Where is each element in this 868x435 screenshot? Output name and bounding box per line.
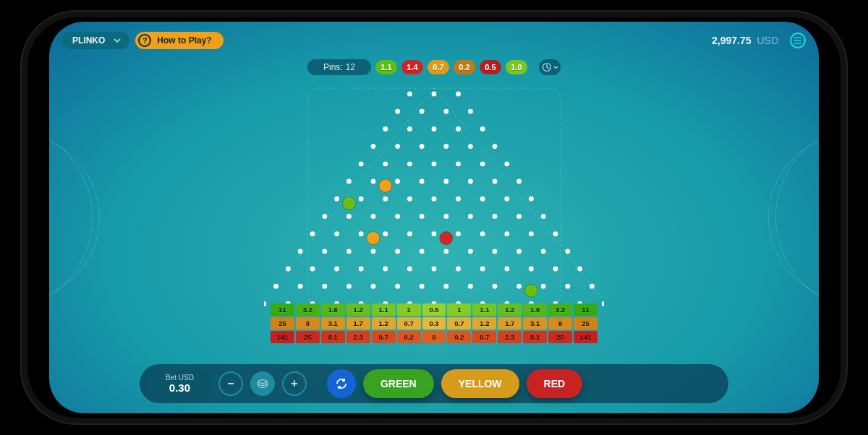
svg-point-53 (516, 214, 522, 219)
svg-point-84 (432, 267, 437, 272)
svg-point-81 (359, 267, 364, 272)
payout-slot: 0.7 (397, 317, 421, 330)
svg-point-41 (456, 197, 461, 202)
svg-point-23 (407, 161, 412, 166)
payout-slot: 0.2 (447, 331, 471, 343)
payout-slot: 1 (447, 303, 471, 316)
svg-point-45 (322, 214, 327, 219)
game-selector-dropdown[interactable]: PLINKO (62, 32, 129, 49)
payout-slot: 1.2 (472, 317, 496, 330)
svg-point-75 (516, 249, 522, 254)
svg-point-97 (420, 284, 425, 289)
svg-point-24 (432, 161, 437, 166)
svg-point-69 (371, 249, 376, 254)
payout-slot: 141 (271, 331, 294, 343)
game-name: PLINKO (72, 35, 105, 46)
svg-point-31 (420, 179, 425, 184)
pins-selector[interactable]: Pins: 12 (307, 59, 371, 75)
help-icon: ? (138, 34, 151, 47)
svg-point-50 (443, 214, 448, 219)
history-pill: 1.0 (506, 60, 527, 74)
svg-point-33 (468, 179, 473, 184)
payout-slot: 25 (548, 331, 572, 343)
svg-point-95 (371, 284, 376, 289)
svg-point-37 (359, 197, 364, 202)
svg-point-64 (529, 231, 534, 236)
svg-point-7 (420, 109, 425, 114)
pins-value: 12 (346, 62, 355, 72)
decorative-arc (49, 134, 100, 301)
svg-point-98 (443, 284, 448, 289)
svg-point-68 (346, 249, 352, 254)
svg-point-94 (346, 284, 352, 289)
history-pill: 0.7 (427, 60, 449, 74)
svg-point-105 (264, 301, 266, 306)
plinko-ball (524, 284, 537, 297)
svg-point-48 (395, 214, 400, 219)
svg-point-20 (493, 144, 498, 149)
payout-row-red: 141258.12.30.70.200.20.72.38.125141 (271, 331, 597, 343)
svg-point-92 (298, 284, 303, 289)
svg-point-43 (504, 197, 509, 202)
bet-plus-button[interactable]: + (282, 371, 307, 396)
bet-coins-button[interactable] (250, 371, 275, 396)
decorative-arc (768, 134, 819, 301)
autoplay-button[interactable] (327, 369, 356, 398)
svg-point-19 (468, 144, 473, 149)
payout-slot: 3.1 (523, 317, 547, 330)
payout-slot: 3.2 (548, 303, 572, 316)
payout-slot: 1.1 (372, 303, 396, 316)
payout-slot: 1 (397, 303, 421, 316)
phone-frame: PLINKO ? How to Play? 2,997.75 USD (20, 10, 848, 425)
payout-slot: 0.5 (422, 303, 446, 316)
svg-point-89 (553, 267, 558, 272)
pins-label: Pins: (323, 62, 343, 72)
svg-point-120 (258, 380, 267, 384)
svg-point-46 (346, 214, 352, 219)
svg-point-44 (529, 197, 534, 202)
svg-point-36 (334, 197, 339, 202)
svg-point-102 (541, 284, 546, 289)
drop-red-button[interactable]: RED (527, 369, 583, 398)
svg-point-4 (432, 92, 437, 97)
svg-point-80 (334, 267, 339, 272)
payout-slot: 8 (296, 317, 320, 330)
svg-point-27 (504, 161, 509, 166)
drop-green-button[interactable]: GREEN (363, 369, 434, 398)
svg-point-28 (346, 179, 352, 184)
menu-button[interactable] (790, 33, 806, 48)
drop-yellow-button[interactable]: YELLOW (441, 369, 519, 398)
svg-point-38 (383, 197, 388, 202)
svg-point-8 (443, 109, 448, 114)
svg-point-59 (407, 231, 412, 236)
history-button[interactable] (539, 59, 561, 75)
bet-amount-box[interactable]: Bet USD 0.30 (148, 369, 211, 398)
plinko-ball (367, 232, 380, 245)
payout-slot: 1.2 (372, 317, 396, 330)
payout-slot: 1.7 (498, 317, 522, 330)
payout-slot: 11 (574, 303, 597, 316)
balance-display: 2,997.75 USD (712, 35, 778, 46)
bet-value: 0.30 (169, 382, 190, 394)
bet-minus-button[interactable]: − (218, 371, 243, 396)
history-pill: 1.4 (401, 60, 423, 74)
payout-slot: 0.3 (422, 317, 446, 330)
svg-point-82 (383, 267, 388, 272)
svg-point-72 (443, 249, 448, 254)
history-pill: 1.1 (375, 60, 397, 74)
svg-point-30 (395, 179, 400, 184)
svg-point-103 (565, 284, 570, 289)
payout-slot: 1.6 (321, 303, 345, 316)
history-icon (542, 62, 552, 72)
svg-point-10 (383, 126, 388, 132)
payout-slot: 3.1 (321, 317, 345, 330)
bet-label: Bet USD (166, 374, 194, 382)
payout-slot: 8 (548, 317, 572, 330)
svg-point-22 (383, 161, 388, 166)
how-to-play-button[interactable]: ? How to Play? (135, 32, 223, 49)
svg-point-65 (553, 231, 558, 236)
svg-point-96 (395, 284, 400, 289)
svg-point-62 (480, 231, 485, 236)
svg-point-58 (383, 231, 388, 236)
svg-point-29 (371, 179, 376, 184)
